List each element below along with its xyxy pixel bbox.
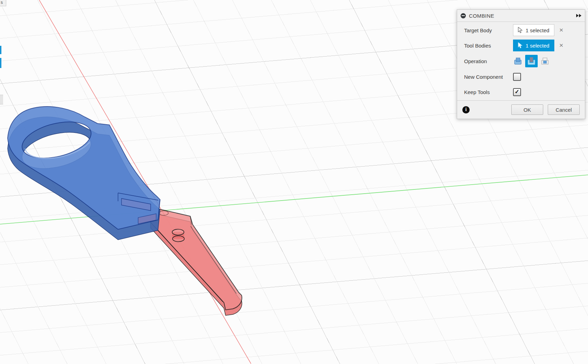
cut-icon	[527, 57, 536, 66]
cursor-pointer-icon	[518, 27, 523, 33]
tool-body-top-face	[151, 207, 242, 310]
cursor-pointer-icon	[518, 42, 523, 49]
keep-tools-row: Keep Tools ✓	[457, 86, 585, 98]
target-body-selection-count: 1 selected	[526, 27, 549, 33]
cancel-button[interactable]: Cancel	[548, 104, 580, 115]
operation-join-icon[interactable]	[513, 56, 523, 66]
tool-bodies-label: Tool Bodies	[464, 43, 513, 49]
info-icon[interactable]: i	[462, 106, 470, 113]
target-body-clear-icon[interactable]: ✕	[559, 27, 564, 33]
new-component-label: New Component	[464, 74, 513, 80]
operation-label: Operation	[464, 58, 513, 64]
cutoff-selection-bar	[0, 46, 1, 54]
combine-dialog: COMBINE Target Body 1 selected ✕ Tool Bo…	[457, 9, 585, 119]
operation-row: Operation	[457, 55, 585, 67]
dialog-title: COMBINE	[469, 13, 494, 19]
tool-bodies-clear-icon[interactable]: ✕	[559, 42, 564, 49]
keep-tools-checkbox[interactable]: ✓	[513, 88, 521, 96]
cad-application-window: s COMBINE Target Body 1 selected ✕	[0, 0, 588, 364]
cutoff-selection-bar	[0, 58, 1, 68]
tool-bodies-selection-count: 1 selected	[526, 43, 549, 49]
dialog-footer: i OK Cancel	[457, 100, 585, 119]
operation-intersect-icon[interactable]	[540, 56, 550, 66]
tool-body[interactable]	[151, 207, 242, 315]
intersect-icon	[541, 57, 549, 65]
ok-button[interactable]: OK	[511, 104, 543, 115]
combine-dialog-titlebar[interactable]: COMBINE	[457, 10, 585, 22]
target-body-selection-field[interactable]: 1 selected	[513, 24, 554, 36]
collapse-arrows-icon[interactable]	[576, 14, 581, 17]
dialog-menu-icon[interactable]	[461, 13, 466, 18]
keep-tools-label: Keep Tools	[464, 89, 513, 95]
new-component-checkbox[interactable]	[513, 73, 521, 81]
tool-bodies-row: Tool Bodies 1 selected ✕	[457, 40, 585, 51]
cutoff-panel-fragment	[0, 95, 3, 104]
join-icon	[514, 57, 522, 65]
tool-body-hole-top-opening	[172, 229, 184, 235]
target-body-row: Target Body 1 selected ✕	[457, 24, 585, 36]
tool-bodies-selection-field[interactable]: 1 selected	[513, 40, 554, 51]
target-body-label: Target Body	[464, 27, 513, 33]
operation-cut-icon[interactable]	[525, 55, 538, 67]
cutoff-label-fragment: s	[0, 0, 6, 6]
target-body[interactable]	[8, 107, 160, 240]
new-component-row: New Component	[457, 71, 585, 83]
